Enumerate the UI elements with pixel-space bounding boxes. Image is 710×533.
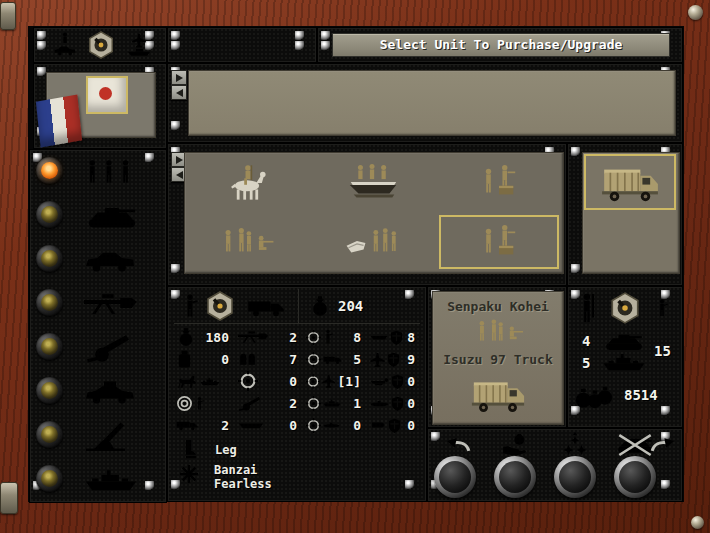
crawler-icon <box>370 377 389 386</box>
unit-cell-raft-team[interactable] <box>310 212 436 272</box>
unit-cell-cavalry[interactable] <box>184 152 310 212</box>
case-latch-top <box>0 2 16 30</box>
undo-button[interactable] <box>434 456 476 498</box>
case-knob-top-right <box>688 5 703 20</box>
arrow-right-icon <box>176 74 183 82</box>
air-defense-class-led[interactable] <box>36 377 63 404</box>
shield-icon <box>391 374 404 389</box>
hex-toggle-icon[interactable] <box>86 30 116 60</box>
anti-tank-class-led[interactable] <box>36 289 63 316</box>
stat-hard-attack-weapon: 2 <box>238 392 306 414</box>
rifleman-icon <box>578 293 598 325</box>
sidebar-item-air-defense[interactable] <box>32 370 166 414</box>
crosshair-icon <box>238 371 258 391</box>
hand-money-icon <box>501 433 529 455</box>
hex-toggle-icon[interactable] <box>608 291 642 325</box>
sidebar-item-naval[interactable] <box>32 458 166 502</box>
unit-cell-engineers[interactable] <box>436 152 562 212</box>
sidebar-item-infantry[interactable] <box>32 150 166 194</box>
nation-panel <box>34 64 166 148</box>
purchase-screen: Select Unit To Purchase/Upgrade <box>0 0 710 533</box>
preview-selected-cell[interactable] <box>584 154 676 210</box>
strip-scroll-down-button[interactable] <box>171 85 187 100</box>
stat-defense-close: 0 <box>370 370 424 392</box>
stat-value: 2 <box>289 396 306 411</box>
disband-button[interactable] <box>614 456 656 498</box>
cavalry-sprite <box>221 160 273 204</box>
land-units-icon[interactable] <box>52 32 78 58</box>
sidebar-item-artillery[interactable] <box>32 326 166 370</box>
tank-class-led[interactable] <box>36 201 63 228</box>
stat-movement: 2 <box>176 414 238 436</box>
recon-class-led[interactable] <box>36 245 63 272</box>
unit-cell-engineers-selected[interactable] <box>436 212 562 272</box>
artillery-class-led[interactable] <box>36 333 63 360</box>
machinegun-icon <box>84 292 140 316</box>
stat-value: 0 <box>407 396 424 411</box>
stat-spotting <box>176 392 238 414</box>
truck-icon[interactable] <box>244 297 288 317</box>
sidebar-item-recon[interactable] <box>32 238 166 282</box>
stat-value: 9 <box>407 352 424 367</box>
stat-value: 0 <box>289 374 306 389</box>
naval-class-led[interactable] <box>36 465 63 492</box>
plane-icon <box>322 374 335 388</box>
stats-grid: 180 2 8 8 0 7 5 9 0 [1] 0 2 1 0 2 0 0 0 <box>176 326 424 436</box>
arrow-right-icon <box>176 156 183 164</box>
stat-value: 7 <box>289 352 306 367</box>
case-latch-bottom <box>0 482 18 514</box>
movement-type-row: Leg <box>182 439 237 460</box>
hex-toggle-icon[interactable] <box>204 290 236 322</box>
purchase-button[interactable] <box>494 456 536 498</box>
ship-icon <box>200 377 220 386</box>
stat-value: 180 <box>206 330 238 345</box>
stat-attack-naval: 1 <box>306 392 370 414</box>
stat-defense-naval: 8 <box>370 326 424 348</box>
sidebar-item-anti-aircraft[interactable] <box>32 414 166 458</box>
stat-value: 8 <box>353 330 370 345</box>
infantry-class-led[interactable] <box>36 157 63 184</box>
shield-icon <box>390 330 403 345</box>
moneybags-icon <box>574 379 614 409</box>
stat-value: 2 <box>289 330 306 345</box>
transport-name: Isuzu 97 Truck <box>433 352 563 367</box>
stat-defense-air: 9 <box>370 348 424 370</box>
truck-icon <box>176 419 198 431</box>
unit-grid <box>184 152 562 272</box>
unit-cell-infantry-squad[interactable] <box>184 212 310 272</box>
shield-icon <box>391 396 404 411</box>
bullets-icon <box>238 352 257 367</box>
artillery-icon <box>84 333 138 363</box>
soldier-icon <box>656 297 668 319</box>
japan-flag[interactable] <box>86 76 128 114</box>
anti-aircraft-class-led[interactable] <box>36 421 63 448</box>
stat-value: 0 <box>221 352 238 367</box>
aa-gun-icon <box>84 421 130 451</box>
message-strip-panel <box>168 64 682 142</box>
soldier-icon <box>323 329 333 345</box>
top-toolbar <box>34 28 166 62</box>
unit-cost-value: 204 <box>338 298 363 314</box>
stat-naval-movement: 0 <box>238 414 306 436</box>
trait-fearless: Fearless <box>214 477 272 491</box>
stat-value: 5 <box>353 352 370 367</box>
stat-attack-hard: 5 <box>306 348 370 370</box>
france-flag[interactable] <box>36 94 82 147</box>
sidebar-item-tank[interactable] <box>32 194 166 238</box>
upgrade-button[interactable] <box>554 456 596 498</box>
machinegun-icon <box>238 329 270 345</box>
strip-scroll-up-button[interactable] <box>171 70 187 85</box>
moneybag-icon <box>310 295 330 317</box>
redo-arrow-icon <box>650 436 682 453</box>
engineers-sprite <box>478 162 520 202</box>
stat-value: 0 <box>407 374 424 389</box>
unit-cell-landing-boat[interactable] <box>310 152 436 212</box>
air-sea-units-icon[interactable] <box>126 33 152 57</box>
sidebar-item-anti-tank[interactable] <box>32 282 166 326</box>
case-knob-bottom-right <box>691 516 704 529</box>
soldier-icon[interactable] <box>182 293 198 319</box>
crosshair-icon <box>306 352 321 367</box>
unit-info-panel: Senpaku Kohei Isuzu 97 Truck <box>428 287 566 427</box>
stat-value: [1] <box>338 374 370 389</box>
stat-value: 0 <box>407 418 424 433</box>
